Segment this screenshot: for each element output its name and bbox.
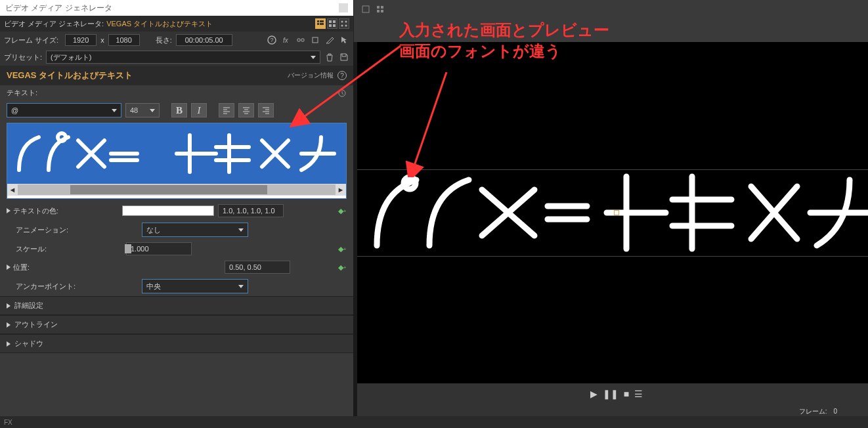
svg-point-8: [341, 21, 343, 23]
advanced-label: 詳細設定: [14, 301, 43, 310]
layout-dots-icon[interactable]: [339, 18, 349, 29]
text-label: テキスト:: [7, 88, 37, 98]
layout-list-icon[interactable]: [315, 18, 326, 29]
menu-icon[interactable]: ☰: [634, 389, 643, 399]
scroll-right-icon[interactable]: ►: [336, 184, 346, 195]
keyframe-icon[interactable]: ◆+: [337, 263, 347, 272]
svg-point-10: [341, 25, 343, 27]
animation-dropdown[interactable]: なし: [142, 223, 248, 237]
frame-width-input[interactable]: [65, 34, 97, 46]
outline-label: アウトライン: [14, 320, 58, 330]
annotation-arrow-2: [394, 66, 473, 177]
position-label: 位置:: [13, 263, 30, 272]
preview-grid-icon[interactable]: [375, 4, 385, 14]
window-title: ビデオ メディア ジェネレータ: [5, 3, 112, 14]
expand-icon: [7, 341, 11, 347]
animation-value: なし: [146, 225, 161, 235]
svg-text:fx: fx: [283, 37, 289, 44]
frame-status-label: フレーム:: [799, 407, 827, 416]
text-color-row: テキストの色: ◆+: [0, 202, 353, 220]
stop-button[interactable]: ■: [624, 389, 629, 399]
svg-point-31: [58, 133, 66, 141]
preview-toolbar-spacer: [353, 0, 868, 42]
animation-label: アニメーション:: [16, 225, 68, 235]
scale-value[interactable]: [126, 242, 192, 255]
layout-grid-icon[interactable]: [327, 18, 337, 29]
horizontal-scrollbar[interactable]: ◄ ►: [7, 184, 346, 196]
scroll-thumb[interactable]: [70, 185, 267, 194]
position-value[interactable]: [225, 261, 290, 274]
generator-name: VEGAS タイトルおよびテキスト: [106, 19, 213, 29]
italic-button[interactable]: I: [191, 103, 207, 118]
align-right-button[interactable]: [258, 103, 274, 118]
font-size-dropdown[interactable]: 48: [125, 103, 160, 118]
text-color-label: テキストの色:: [13, 206, 58, 216]
color-swatch[interactable]: [122, 205, 214, 216]
svg-point-11: [345, 25, 347, 27]
svg-rect-1: [320, 20, 324, 22]
expand-icon[interactable]: [7, 208, 11, 213]
svg-rect-0: [317, 20, 319, 22]
keyframe-icon[interactable]: ◆+: [337, 206, 347, 215]
length-input[interactable]: [176, 34, 232, 46]
footer-bar: FX: [0, 416, 868, 428]
window-titlebar: ビデオ メディア ジェネレータ: [0, 0, 353, 16]
play-button[interactable]: ▶: [590, 389, 597, 399]
scale-label: スケール:: [16, 244, 47, 254]
anchor-dropdown[interactable]: 中央: [142, 279, 248, 293]
center-marker-icon: [614, 210, 619, 215]
frame-height-input[interactable]: [108, 34, 140, 46]
font-dropdown[interactable]: @: [7, 103, 121, 118]
animation-row: アニメーション: なし: [0, 220, 353, 240]
scroll-left-icon[interactable]: ◄: [7, 184, 18, 195]
align-center-button[interactable]: [238, 103, 254, 118]
expand-icon[interactable]: [7, 265, 11, 270]
svg-rect-32: [362, 6, 369, 12]
preview-tool-icon[interactable]: [360, 4, 371, 14]
scale-row: スケール: ◆+: [0, 240, 353, 258]
svg-text:?: ?: [270, 37, 273, 43]
text-input-area[interactable]: ◄ ►: [7, 123, 347, 199]
svg-rect-36: [381, 10, 383, 12]
anchor-row: アンカーポイント: 中央: [0, 276, 353, 296]
svg-line-39: [414, 72, 446, 167]
svg-rect-2: [317, 23, 319, 25]
preset-label: プリセット:: [4, 53, 42, 62]
pause-button[interactable]: ❚❚: [603, 389, 618, 399]
svg-rect-33: [377, 6, 380, 9]
svg-rect-4: [329, 20, 332, 23]
fx-label: FX: [4, 419, 12, 426]
svg-point-9: [345, 21, 347, 23]
svg-rect-5: [333, 20, 336, 23]
outline-section[interactable]: アウトライン: [0, 315, 353, 334]
advanced-section[interactable]: 詳細設定: [0, 296, 353, 315]
svg-line-38: [302, 46, 401, 118]
times-label: x: [100, 36, 104, 44]
svg-rect-34: [381, 6, 383, 9]
expand-icon: [7, 303, 11, 309]
bold-button[interactable]: B: [171, 103, 187, 118]
close-icon[interactable]: [339, 3, 348, 12]
expand-icon: [7, 322, 11, 328]
font-size: 48: [130, 106, 138, 114]
length-label: 長さ:: [156, 35, 172, 45]
svg-rect-35: [377, 10, 380, 12]
svg-rect-3: [320, 23, 324, 25]
help-icon[interactable]: ?: [267, 35, 277, 45]
keyframe-icon[interactable]: ◆+: [337, 244, 347, 253]
generator-bar: ビデオ メディア ジェネレータ: VEGAS タイトルおよびテキスト: [0, 16, 353, 32]
font-name: @: [11, 106, 18, 114]
preset-dropdown[interactable]: (デフォルト): [46, 51, 320, 64]
chevron-down-icon: [238, 228, 244, 232]
anchor-value: 中央: [146, 282, 161, 291]
chevron-down-icon: [112, 109, 117, 112]
frame-status-value: 0: [834, 407, 869, 416]
transport-bar: ▶ ❚❚ ■ ☰: [357, 383, 868, 404]
text-color-value[interactable]: [218, 204, 284, 217]
chevron-down-icon: [150, 109, 155, 112]
svg-rect-6: [329, 24, 332, 27]
preset-value: (デフォルト): [51, 53, 91, 62]
align-left-button[interactable]: [219, 103, 234, 118]
shadow-section[interactable]: シャドウ: [0, 334, 353, 353]
shadow-label: シャドウ: [14, 339, 43, 349]
